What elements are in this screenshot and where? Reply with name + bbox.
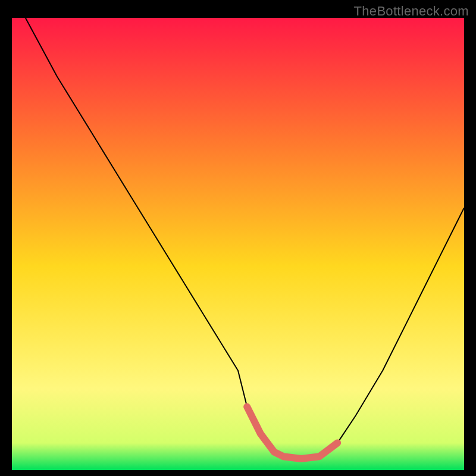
watermark-text: TheBottleneck.com bbox=[354, 4, 469, 19]
gradient-background bbox=[12, 18, 464, 470]
chart-container: TheBottleneck.com bbox=[0, 0, 476, 476]
plot-area bbox=[12, 18, 464, 470]
plot-svg bbox=[12, 18, 464, 470]
